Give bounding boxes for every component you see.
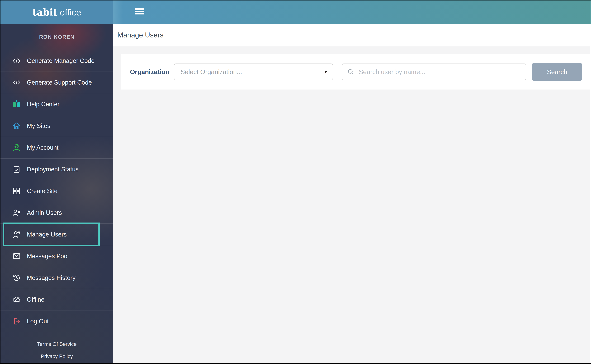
search-input[interactable] (358, 68, 522, 76)
clipboard-check-icon (12, 165, 21, 174)
hamburger-icon[interactable] (135, 8, 144, 15)
sidebar-item-label: Admin Users (27, 209, 62, 216)
search-user-field[interactable] (342, 64, 526, 80)
admin-users-icon (12, 208, 21, 217)
sidebar-item-messages-pool[interactable]: Messages Pool (0, 245, 113, 267)
logo-brand-bold: tabit (33, 6, 57, 18)
filter-bar: Organization Select Organization... ▼ Se… (121, 54, 591, 90)
sidebar-item-help-center[interactable]: Help Center (0, 93, 113, 115)
search-icon (347, 68, 355, 76)
user-gear-icon (12, 230, 21, 239)
envelope-icon (12, 252, 21, 261)
sidebar-item-offline[interactable]: Offline (0, 289, 113, 310)
sidebar-item-deployment-status[interactable]: Deployment Status (0, 158, 113, 180)
terms-of-service-link[interactable]: Terms Of Service (0, 338, 113, 350)
app-window: tabit office RON KOREN Generate Manager … (0, 0, 591, 363)
sidebar-item-log-out[interactable]: Log Out (0, 310, 113, 332)
topbar (113, 0, 591, 24)
legal-links: Terms Of Service Privacy Policy (0, 332, 113, 362)
sidebar-item-messages-history[interactable]: Messages History (0, 267, 113, 289)
sidebar: tabit office RON KOREN Generate Manager … (0, 0, 113, 363)
sidebar-item-label: Generate Manager Code (27, 57, 94, 64)
page-title: Manage Users (117, 31, 163, 39)
sidebar-nav: Generate Manager Code Generate Support C… (0, 50, 113, 332)
page-heading-bar: Manage Users (113, 24, 591, 46)
history-icon (12, 273, 21, 282)
sidebar-item-label: Help Center (27, 101, 60, 108)
sidebar-item-generate-support-code[interactable]: Generate Support Code (0, 72, 113, 93)
sidebar-item-admin-users[interactable]: Admin Users (0, 202, 113, 223)
privacy-policy-link[interactable]: Privacy Policy (0, 350, 113, 362)
code-icon (12, 78, 21, 87)
sidebar-item-label: My Sites (27, 123, 50, 130)
organization-select[interactable]: Select Organization... ▼ (174, 64, 333, 80)
offline-cloud-icon (12, 295, 21, 304)
sidebar-item-label: Create Site (27, 188, 57, 195)
sidebar-item-label: Deployment Status (27, 166, 79, 173)
logout-icon (12, 317, 21, 326)
caret-down-icon: ▼ (324, 70, 328, 74)
search-button[interactable]: Search (532, 63, 582, 81)
organization-label: Organization (130, 68, 169, 76)
sidebar-item-label: Log Out (27, 318, 49, 325)
account-icon (12, 143, 21, 152)
sidebar-item-label: Messages Pool (27, 253, 69, 260)
sidebar-item-label: Messages History (27, 274, 75, 281)
home-icon (12, 121, 21, 130)
help-book-icon (12, 100, 21, 109)
sidebar-item-label: My Account (27, 144, 58, 151)
sidebar-item-my-sites[interactable]: My Sites (0, 115, 113, 137)
screen: tabit office RON KOREN Generate Manager … (0, 0, 591, 364)
sidebar-item-label: Generate Support Code (27, 79, 92, 86)
profile-section: RON KOREN (0, 24, 113, 50)
sidebar-item-create-site[interactable]: Create Site (0, 180, 113, 202)
grid-icon (12, 187, 21, 195)
user-name: RON KOREN (39, 34, 74, 40)
sidebar-item-label: Manage Users (27, 231, 67, 238)
sidebar-item-generate-manager-code[interactable]: Generate Manager Code (0, 50, 113, 72)
organization-select-placeholder: Select Organization... (181, 68, 324, 76)
sidebar-item-my-account[interactable]: My Account (0, 137, 113, 158)
logo-brand-light: office (60, 7, 81, 18)
main-content: Manage Users Organization Select Organiz… (113, 24, 591, 363)
sidebar-item-manage-users[interactable]: Manage Users (0, 223, 113, 245)
app-logo: tabit office (0, 0, 113, 24)
sidebar-item-label: Offline (27, 296, 44, 303)
code-icon (12, 56, 21, 65)
